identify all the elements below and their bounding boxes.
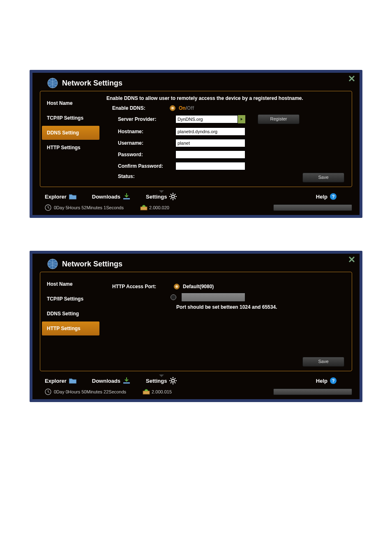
tab-explorer[interactable]: Explorer bbox=[45, 194, 76, 200]
explorer-label: Explorer bbox=[45, 194, 67, 200]
globe-icon bbox=[47, 259, 58, 269]
help-icon: ? bbox=[330, 193, 337, 200]
enable-ddns-radio[interactable] bbox=[170, 105, 175, 111]
password-input[interactable] bbox=[175, 150, 245, 159]
svg-rect-11 bbox=[141, 207, 147, 210]
uptime-text: 0Day 5Hours 52Minutes 1Seconds bbox=[54, 205, 124, 210]
folder-icon bbox=[69, 378, 76, 384]
gear-icon bbox=[169, 193, 177, 200]
help-label: Help bbox=[316, 194, 327, 200]
explorer-label: Explorer bbox=[45, 378, 67, 384]
firmware-icon bbox=[143, 389, 150, 395]
download-icon bbox=[123, 377, 130, 384]
server-provider-value: DynDNS.org bbox=[175, 115, 238, 123]
active-tab-indicator-icon bbox=[159, 190, 164, 193]
register-button[interactable]: Register bbox=[258, 114, 300, 124]
svg-line-6 bbox=[171, 194, 171, 195]
svg-line-9 bbox=[175, 194, 175, 195]
port-default-radio[interactable] bbox=[174, 284, 180, 289]
svg-line-20 bbox=[171, 382, 171, 383]
downloads-label: Downloads bbox=[92, 378, 120, 384]
clock-icon bbox=[45, 388, 51, 395]
panel-header: Network Settings bbox=[32, 73, 360, 91]
settings-label: Settings bbox=[146, 194, 167, 200]
sidebar-item-http[interactable]: HTTP Settings bbox=[42, 141, 99, 155]
hostname-label: Hostname: bbox=[106, 129, 175, 134]
progress-bar bbox=[273, 388, 352, 395]
port-custom-input[interactable] bbox=[181, 293, 245, 302]
svg-line-7 bbox=[175, 198, 175, 199]
tab-settings[interactable]: Settings bbox=[146, 377, 177, 384]
off-label: Off bbox=[187, 105, 194, 111]
gear-icon bbox=[169, 377, 177, 384]
bottom-tab-bar: Explorer Downloads Settings Help ? bbox=[32, 190, 360, 202]
username-input[interactable] bbox=[175, 139, 245, 147]
hostname-input[interactable] bbox=[175, 127, 245, 136]
sidebar-nav: Host Name TCP/IP Settings DDNS Setting H… bbox=[40, 91, 101, 187]
server-provider-label: Server Provider: bbox=[106, 116, 175, 122]
sidebar-item-ddns[interactable]: DDNS Setting bbox=[42, 307, 99, 321]
sidebar-item-host-name[interactable]: Host Name bbox=[42, 277, 99, 291]
port-hint-text: Port should be set betteen 1024 and 6553… bbox=[106, 304, 344, 310]
firmware-icon bbox=[140, 205, 148, 210]
save-button[interactable]: Save bbox=[302, 173, 344, 183]
panel-title: Network Settings bbox=[62, 260, 122, 268]
svg-line-8 bbox=[171, 198, 171, 199]
tab-downloads[interactable]: Downloads bbox=[92, 193, 130, 200]
confirm-password-input[interactable] bbox=[175, 162, 245, 170]
sidebar-item-http[interactable]: HTTP Settings bbox=[42, 321, 99, 335]
tab-settings[interactable]: Settings bbox=[146, 193, 177, 200]
settings-label: Settings bbox=[146, 378, 167, 384]
tab-help[interactable]: Help ? bbox=[316, 193, 337, 200]
downloads-label: Downloads bbox=[92, 194, 120, 200]
panel-title: Network Settings bbox=[62, 79, 122, 88]
sidebar-item-ddns[interactable]: DDNS Setting bbox=[42, 126, 99, 140]
http-content-pane: HTTP Access Port: Default(9080) Port sho… bbox=[101, 272, 352, 371]
ddns-content-pane: Enable DDNS to allow user to remotely ac… bbox=[101, 91, 352, 187]
svg-rect-23 bbox=[143, 391, 150, 394]
active-tab-indicator-icon bbox=[159, 375, 164, 377]
uptime-text: 0Day 0Hours 50Minutes 22Seconds bbox=[54, 389, 126, 394]
help-icon: ? bbox=[330, 377, 337, 384]
confirm-password-label: Confirm Password: bbox=[106, 163, 175, 169]
status-strip: 0Day 5Hours 52Minutes 1Seconds 2.000.020 bbox=[32, 202, 360, 215]
dropdown-arrow-icon[interactable] bbox=[238, 115, 245, 123]
help-label: Help bbox=[316, 378, 327, 384]
bottom-tab-bar: Explorer Downloads Settings Help ? bbox=[32, 374, 360, 386]
server-provider-select[interactable]: DynDNS.org bbox=[175, 115, 245, 123]
network-settings-panel-http: Network Settings Host Name TCP/IP Settin… bbox=[30, 251, 362, 402]
port-default-label: Default(9080) bbox=[183, 284, 214, 289]
globe-icon bbox=[47, 78, 58, 88]
status-label: Status: bbox=[106, 173, 175, 179]
version-text: 2.000.020 bbox=[149, 205, 169, 210]
version-text: 2.000.015 bbox=[152, 389, 172, 394]
close-icon[interactable] bbox=[348, 256, 355, 264]
sidebar-nav: Host Name TCP/IP Settings DDNS Setting H… bbox=[40, 272, 101, 371]
svg-line-18 bbox=[171, 378, 171, 379]
clock-icon bbox=[45, 204, 51, 211]
tab-help[interactable]: Help ? bbox=[316, 377, 337, 384]
password-label: Password: bbox=[106, 152, 175, 157]
port-custom-radio[interactable] bbox=[171, 294, 176, 300]
username-label: Username: bbox=[106, 140, 175, 146]
tab-downloads[interactable]: Downloads bbox=[92, 377, 130, 384]
panel-header: Network Settings bbox=[32, 254, 360, 272]
progress-bar bbox=[273, 204, 352, 211]
close-icon[interactable] bbox=[348, 75, 355, 83]
save-button[interactable]: Save bbox=[302, 357, 344, 367]
network-settings-panel-ddns: Network Settings Host Name TCP/IP Settin… bbox=[30, 70, 362, 218]
sidebar-item-host-name[interactable]: Host Name bbox=[42, 96, 99, 110]
enable-ddns-onoff[interactable]: On/Off bbox=[179, 105, 194, 111]
folder-icon bbox=[69, 194, 76, 199]
svg-point-13 bbox=[172, 379, 175, 382]
svg-point-1 bbox=[172, 195, 175, 198]
download-icon bbox=[123, 193, 130, 200]
http-port-label: HTTP Access Port: bbox=[106, 284, 174, 289]
svg-line-19 bbox=[175, 382, 175, 383]
sidebar-item-tcpip[interactable]: TCP/IP Settings bbox=[42, 111, 99, 125]
on-label: On bbox=[179, 105, 186, 111]
enable-ddns-label: Enable DDNS: bbox=[106, 105, 170, 111]
status-strip: 0Day 0Hours 50Minutes 22Seconds 2.000.01… bbox=[32, 386, 360, 399]
tab-explorer[interactable]: Explorer bbox=[45, 378, 76, 384]
sidebar-item-tcpip[interactable]: TCP/IP Settings bbox=[42, 292, 99, 306]
